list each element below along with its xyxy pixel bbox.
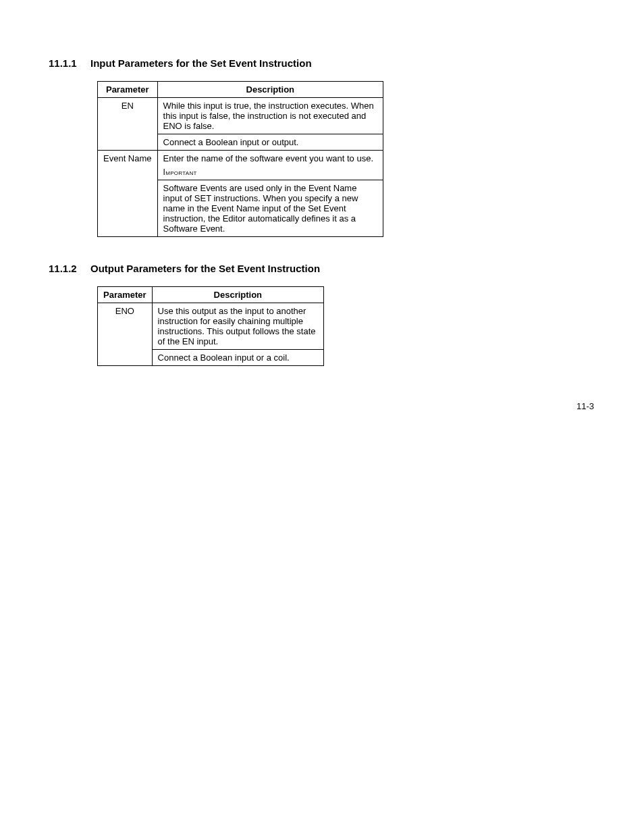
header-parameter: Parameter [98,82,158,98]
header-description: Description [152,287,323,303]
table-row: EN While this input is true, the instruc… [98,98,383,134]
desc-text: Enter the name of the software event you… [163,153,373,163]
cell-description: Enter the name of the software event you… [157,151,383,180]
cell-parameter: Event Name [98,151,158,180]
cell-parameter: EN [98,98,158,134]
cell-parameter-cont [98,134,158,151]
cell-description: While this input is true, the instructio… [157,98,383,134]
page-number: 11-3 [576,401,594,411]
important-label: Important [163,167,377,177]
section-heading-2: 11.1.2 Output Parameters for the Set Eve… [49,263,595,274]
table-row: Software Events are used only in the Eve… [98,180,383,237]
section-title: Output Parameters for the Set Event Inst… [90,263,320,274]
section-number: 11.1.1 [49,57,90,69]
input-parameters-table: Parameter Description EN While this inpu… [97,81,383,237]
table-header-row: Parameter Description [98,287,324,303]
section-number: 11.1.2 [49,263,90,274]
table-row: ENO Use this output as the input to anot… [98,303,324,350]
document-page: 11.1.1 Input Parameters for the Set Even… [0,0,644,834]
output-parameters-table: Parameter Description ENO Use this outpu… [97,286,324,366]
table-row: Event Name Enter the name of the softwar… [98,151,383,180]
header-description: Description [157,82,383,98]
cell-parameter-cont [98,350,153,366]
cell-description: Software Events are used only in the Eve… [157,180,383,237]
table-row: Connect a Boolean input or output. [98,134,383,151]
table-header-row: Parameter Description [98,82,383,98]
section-title: Input Parameters for the Set Event Instr… [90,57,312,69]
cell-description: Connect a Boolean input or output. [157,134,383,151]
header-parameter: Parameter [98,287,153,303]
cell-description: Use this output as the input to another … [152,303,323,350]
cell-parameter-cont [98,180,158,237]
cell-description: Connect a Boolean input or a coil. [152,350,323,366]
table-row: Connect a Boolean input or a coil. [98,350,324,366]
cell-parameter: ENO [98,303,153,350]
section-heading-1: 11.1.1 Input Parameters for the Set Even… [49,57,595,69]
